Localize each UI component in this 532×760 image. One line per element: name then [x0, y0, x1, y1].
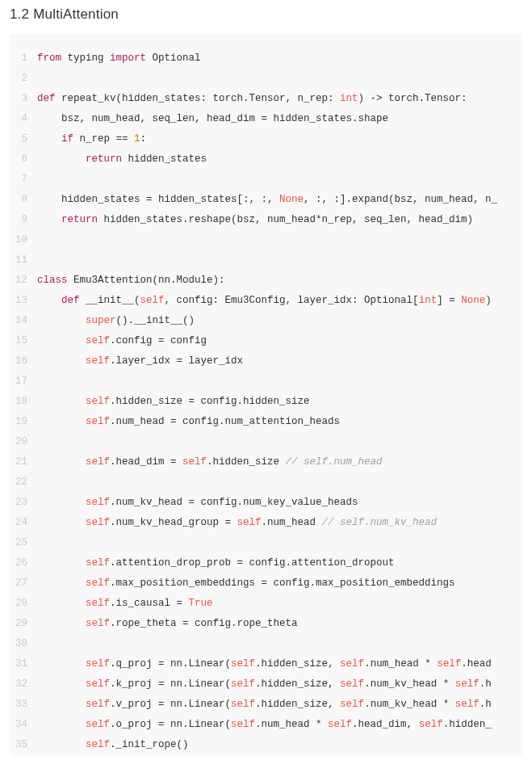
line-number: 19	[10, 412, 37, 432]
code-line: 1from typing import Optional	[10, 48, 522, 69]
code-line: 7	[10, 170, 522, 190]
code-content: def __init__(self, config: Emu3Config, l…	[37, 291, 522, 311]
code-line: 23 self.num_kv_head = config.num_key_val…	[10, 493, 522, 513]
code-line: 22	[10, 472, 522, 493]
code-content: self.head_dim = self.hidden_size // self…	[37, 452, 522, 472]
code-line: 32 self.k_proj = nn.Linear(self.hidden_s…	[10, 674, 522, 695]
code-content: self.attention_drop_prob = config.attent…	[37, 553, 522, 573]
code-line: 19 self.num_head = config.num_attention_…	[10, 412, 522, 432]
code-line: 28 self.is_causal = True	[10, 594, 522, 614]
line-number: 8	[10, 190, 37, 210]
code-content: return hidden_states.reshape(bsz, num_he…	[37, 210, 522, 230]
code-content: self.num_kv_head = config.num_key_value_…	[37, 493, 522, 513]
line-number: 11	[10, 250, 37, 271]
line-number: 34	[10, 715, 37, 735]
line-number: 21	[10, 452, 37, 472]
code-block: 1from typing import Optional23def repeat…	[10, 34, 522, 755]
code-line: 21 self.head_dim = self.hidden_size // s…	[10, 452, 522, 472]
line-number: 3	[10, 89, 37, 109]
line-number: 35	[10, 735, 37, 755]
code-content: self._init_rope()	[37, 735, 522, 755]
line-number: 17	[10, 372, 37, 392]
line-number: 22	[10, 472, 37, 493]
code-line: 15 self.config = config	[10, 331, 522, 351]
line-number: 33	[10, 695, 37, 715]
code-content: self.v_proj = nn.Linear(self.hidden_size…	[37, 695, 522, 715]
line-number: 25	[10, 533, 37, 553]
code-line: 25	[10, 533, 522, 553]
code-line: 18 self.hidden_size = config.hidden_size	[10, 392, 522, 412]
line-number: 28	[10, 594, 37, 614]
code-content	[37, 634, 522, 654]
code-content: self.hidden_size = config.hidden_size	[37, 392, 522, 412]
line-number: 5	[10, 129, 37, 149]
code-line: 2	[10, 69, 522, 89]
code-line: 6 return hidden_states	[10, 149, 522, 170]
line-number: 1	[10, 48, 37, 69]
line-number: 30	[10, 634, 37, 654]
line-number: 27	[10, 573, 37, 594]
code-content	[37, 170, 522, 190]
code-content: self.o_proj = nn.Linear(self.num_head * …	[37, 715, 522, 735]
code-content: self.max_position_embeddings = config.ma…	[37, 573, 522, 594]
line-number: 29	[10, 614, 37, 634]
line-number: 7	[10, 170, 37, 190]
code-line: 10	[10, 230, 522, 250]
code-line: 34 self.o_proj = nn.Linear(self.num_head…	[10, 715, 522, 735]
line-number: 31	[10, 654, 37, 674]
line-number: 10	[10, 230, 37, 250]
code-line: 5 if n_rep == 1:	[10, 129, 522, 149]
line-number: 2	[10, 69, 37, 89]
code-content: self.num_kv_head_group = self.num_head /…	[37, 513, 522, 533]
line-number: 4	[10, 109, 37, 129]
line-number: 9	[10, 210, 37, 230]
code-content: hidden_states = hidden_states[:, :, None…	[37, 190, 522, 210]
code-line: 20	[10, 432, 522, 452]
line-number: 24	[10, 513, 37, 533]
code-content	[37, 372, 522, 392]
code-line: 33 self.v_proj = nn.Linear(self.hidden_s…	[10, 695, 522, 715]
code-content	[37, 432, 522, 452]
code-line: 27 self.max_position_embeddings = config…	[10, 573, 522, 594]
code-line: 24 self.num_kv_head_group = self.num_hea…	[10, 513, 522, 533]
line-number: 13	[10, 291, 37, 311]
code-line: 4 bsz, num_head, seq_len, head_dim = hid…	[10, 109, 522, 129]
code-line: 17	[10, 372, 522, 392]
code-line: 26 self.attention_drop_prob = config.att…	[10, 553, 522, 573]
code-content: self.q_proj = nn.Linear(self.hidden_size…	[37, 654, 522, 674]
code-line: 31 self.q_proj = nn.Linear(self.hidden_s…	[10, 654, 522, 674]
code-line: 8 hidden_states = hidden_states[:, :, No…	[10, 190, 522, 210]
code-content: def repeat_kv(hidden_states: torch.Tenso…	[37, 89, 522, 109]
code-content: super().__init__()	[37, 311, 522, 331]
line-number: 12	[10, 271, 37, 291]
code-content	[37, 69, 522, 89]
code-content: if n_rep == 1:	[37, 129, 522, 149]
code-content: self.k_proj = nn.Linear(self.hidden_size…	[37, 674, 522, 695]
code-content	[37, 250, 522, 271]
line-number: 18	[10, 392, 37, 412]
code-content: return hidden_states	[37, 149, 522, 170]
line-number: 6	[10, 149, 37, 170]
code-content	[37, 533, 522, 553]
line-number: 26	[10, 553, 37, 573]
code-content: self.rope_theta = config.rope_theta	[37, 614, 522, 634]
line-number: 20	[10, 432, 37, 452]
line-number: 16	[10, 351, 37, 372]
code-content: self.is_causal = True	[37, 594, 522, 614]
line-number: 14	[10, 311, 37, 331]
code-line: 3def repeat_kv(hidden_states: torch.Tens…	[10, 89, 522, 109]
code-content: from typing import Optional	[37, 48, 522, 69]
code-line: 12class Emu3Attention(nn.Module):	[10, 271, 522, 291]
code-content: class Emu3Attention(nn.Module):	[37, 271, 522, 291]
code-line: 13 def __init__(self, config: Emu3Config…	[10, 291, 522, 311]
code-line: 29 self.rope_theta = config.rope_theta	[10, 614, 522, 634]
code-content	[37, 472, 522, 493]
code-line: 14 super().__init__()	[10, 311, 522, 331]
code-content: bsz, num_head, seq_len, head_dim = hidde…	[37, 109, 522, 129]
code-line: 30	[10, 634, 522, 654]
code-line: 11	[10, 250, 522, 271]
section-heading: 1.2 MultiAttention	[0, 0, 532, 34]
code-content	[37, 230, 522, 250]
code-line: 9 return hidden_states.reshape(bsz, num_…	[10, 210, 522, 230]
code-content: self.config = config	[37, 331, 522, 351]
